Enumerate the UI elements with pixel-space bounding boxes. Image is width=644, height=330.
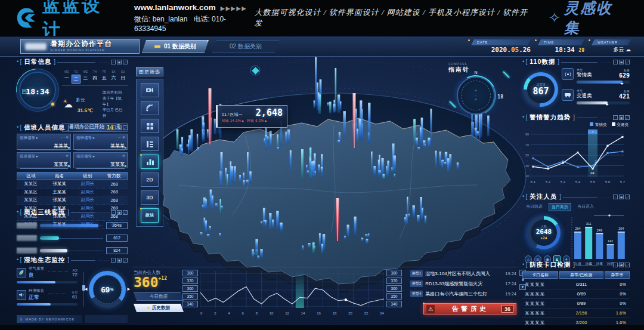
duty-leader-card: 值班领导 ▸⋯ ⊗某某某 bbox=[17, 152, 71, 168]
lunar-line: 闰四月初四 bbox=[103, 90, 126, 95]
x-label: 20 bbox=[348, 312, 352, 315]
redacted-line-label bbox=[17, 235, 37, 241]
trend-legend: 警情类交通类 bbox=[590, 122, 628, 128]
eco-value-block: 分贝61 bbox=[72, 291, 78, 300]
flow-bar bbox=[40, 236, 59, 240]
list-layer-button[interactable] bbox=[141, 137, 159, 151]
svg-text:30: 30 bbox=[525, 164, 529, 168]
svg-text:90: 90 bbox=[525, 132, 529, 136]
checkpoint-ratio: 2/260 bbox=[559, 320, 604, 325]
weekday-cn: 日 bbox=[118, 75, 128, 81]
svg-text:264: 264 bbox=[618, 227, 624, 230]
panel-checkpoints: *[防疫卡口检测]······▫▣⤢ 卡口名称异常/已检测异常率 某某某某0/3… bbox=[522, 260, 630, 328]
dotted-divider bbox=[48, 294, 67, 294]
signal-layer-button[interactable] bbox=[141, 101, 159, 115]
type-name: 警情类 bbox=[577, 72, 592, 79]
alert-row[interactable]: 类型2RD13-53烟感报警疑似火灾17:24 bbox=[410, 279, 516, 289]
tab-data-category-1[interactable]: 01 数据类别 bbox=[142, 40, 209, 53]
gauge-right-arrow[interactable]: ► bbox=[126, 286, 131, 292]
cell: 某某区 bbox=[17, 196, 45, 204]
card-controls[interactable]: ⋯ ⊗ bbox=[61, 135, 69, 139]
block-layer-button[interactable]: 板块 bbox=[141, 208, 159, 223]
2d-layer-button[interactable]: 2D bbox=[141, 172, 159, 187]
date-plate: DATE 2020.05.26 bbox=[471, 39, 531, 54]
alert-row[interactable]: 类型1湿地3-104片区有不明人员闯入19:24 bbox=[410, 269, 516, 279]
tab-data-category-2[interactable]: 02 数据类别 bbox=[212, 40, 279, 53]
weekday-sa[interactable]: SA六 bbox=[109, 70, 119, 84]
checkpoint-rate: 0% bbox=[604, 282, 630, 287]
card-controls[interactable]: ⋯ ⊗ bbox=[117, 153, 125, 158]
weekday-strip: MO一TU二WE三TH四FR五SA六SU日 bbox=[62, 70, 128, 86]
today-data-button[interactable]: 今日数据 bbox=[134, 292, 184, 301]
panel-title: 110数据 bbox=[530, 58, 555, 66]
window-controls[interactable]: ▫▣⤢ bbox=[111, 60, 128, 64]
window-controls[interactable]: ▫▣⤢ bbox=[613, 60, 630, 64]
3d-layer-button[interactable]: 3D bbox=[141, 190, 159, 205]
window-controls[interactable]: ▫▣⤢ bbox=[613, 115, 630, 120]
window-controls[interactable]: ▫▣⤢ bbox=[111, 210, 128, 215]
website-link[interactable]: www.lanlanwork.com bbox=[134, 3, 216, 12]
alert-text: RD13-53烟感报警疑似火灾 bbox=[425, 280, 503, 287]
eco-item: 环境噪音正常分贝61 bbox=[17, 288, 78, 306]
duty-name: 某某某 bbox=[76, 143, 125, 150]
alert-history-button[interactable]: ⚠ 告警历史 36 bbox=[423, 303, 516, 314]
panel-daily-info: *[日常信息]······▫▣⤢ PM 18:34 MO一TU二WE三TH四FR… bbox=[17, 57, 128, 132]
card-controls[interactable]: ⋯ ⊗ bbox=[61, 153, 69, 158]
focus-tab[interactable]: 当日进入 bbox=[575, 203, 596, 211]
trend-line-chart: 9070503010˅30245.15.25.35.45.55.65.7 bbox=[522, 124, 630, 188]
flow-value: 612 bbox=[106, 235, 128, 242]
window-controls[interactable]: ▫▣⤢ bbox=[111, 258, 128, 263]
total-alerts-gauge: 总警情867 bbox=[524, 72, 558, 107]
panel-110-data: *[110数据]······▫▣⤢ 总警情867 类型警情类数量629类型交通类… bbox=[522, 57, 630, 110]
checkpoint-rate: 0% bbox=[604, 291, 630, 297]
compass-dial[interactable]: N ˄·˅ 18 bbox=[457, 76, 495, 115]
weekday-su[interactable]: SU日 bbox=[118, 70, 128, 84]
chart-layer-button[interactable] bbox=[141, 155, 159, 169]
column-header: 异常率 bbox=[605, 271, 630, 279]
focus-tab[interactable]: 当日离所 bbox=[549, 203, 571, 211]
svg-text:˅: ˅ bbox=[592, 130, 594, 134]
time-label: TIME bbox=[538, 39, 584, 45]
grid-layer-button[interactable] bbox=[141, 119, 159, 133]
x-label: 14 bbox=[301, 312, 305, 315]
cell: 268 bbox=[101, 180, 128, 188]
alert-row[interactable]: 类型4某路口有小汽车连闯三个红灯19:24 bbox=[410, 289, 516, 299]
focus-tab[interactable]: 当日轨迹 bbox=[524, 203, 545, 211]
window-controls[interactable]: ▫▣⤢ bbox=[613, 195, 630, 199]
weekday-tu[interactable]: TU二 bbox=[72, 70, 81, 84]
type-block: 类型交通类 bbox=[577, 89, 592, 100]
redacted-line-label bbox=[17, 248, 37, 254]
window-controls[interactable]: ▫▣⤢ bbox=[111, 125, 128, 130]
camera-layer-button[interactable] bbox=[141, 83, 159, 97]
weekday-th[interactable]: TH四 bbox=[90, 70, 100, 84]
card-controls[interactable]: ⋯ ⊗ bbox=[117, 135, 125, 139]
window-controls[interactable]: ▫▣⤢ bbox=[613, 263, 630, 267]
needle-deco bbox=[449, 101, 456, 107]
y-axis-label: 350 bbox=[182, 293, 198, 300]
office-count-delta: +12 bbox=[159, 276, 167, 281]
eco-status: 正常 bbox=[29, 294, 44, 301]
y-axis-label: 350 bbox=[386, 293, 402, 300]
weekday-we[interactable]: WE三 bbox=[80, 70, 90, 84]
weekday-fr[interactable]: FR五 bbox=[100, 70, 109, 84]
analog-clock: PM 18:34 bbox=[19, 72, 56, 109]
flow-row: 2648 bbox=[17, 219, 128, 232]
eco-texts: 空气质量良 bbox=[29, 266, 44, 279]
alert-type-row: 类型交通类数量421 bbox=[562, 89, 630, 104]
checkpoint-row: 某某某某0/890% bbox=[522, 299, 630, 309]
x-axis-labels: 024681012141618202224 bbox=[200, 312, 384, 315]
arrows-deco: ▶▶▶▶▶ bbox=[221, 5, 247, 11]
gauge-left-arrow[interactable]: ◄ bbox=[83, 286, 88, 292]
weekday-mo[interactable]: MO一 bbox=[62, 70, 72, 84]
history-data-button[interactable]: 历史数据 bbox=[134, 304, 184, 312]
svg-text:30: 30 bbox=[595, 160, 599, 164]
flow-bar bbox=[40, 249, 67, 252]
table-row: 某某区张某某副局长268 bbox=[17, 196, 128, 205]
cell: 某某区 bbox=[17, 189, 45, 196]
layer-filter-toolbar: 图层筛选 2D 3D 板块 bbox=[136, 67, 163, 227]
sparkle-star-icon: ✧ bbox=[549, 10, 561, 26]
tab-label: 02 数据类别 bbox=[230, 42, 262, 51]
panel-title: 警情警力趋势 bbox=[530, 113, 571, 122]
svg-text:5.4: 5.4 bbox=[575, 180, 581, 184]
alert-tag: 类型1 bbox=[410, 270, 423, 277]
